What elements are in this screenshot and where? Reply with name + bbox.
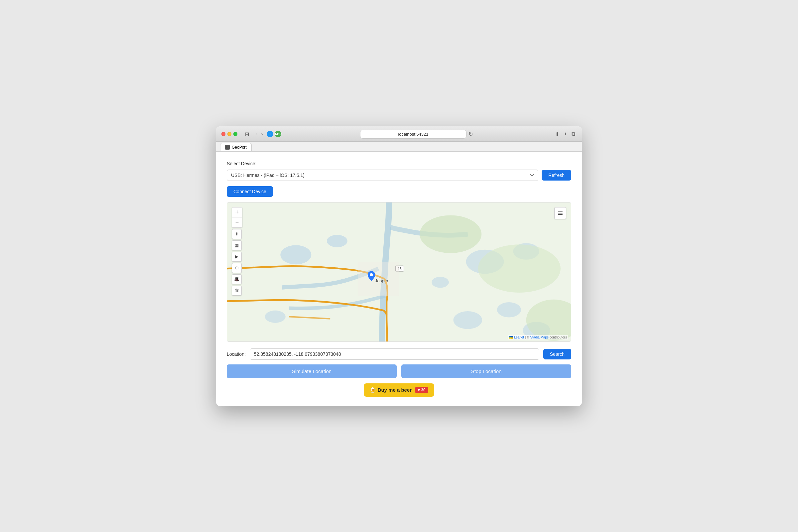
trash-tool-button[interactable]: 🗑 <box>232 286 242 296</box>
donation-heart: ♥ 30 <box>415 387 428 393</box>
map-background: 16 93 Jasper 16 16 <box>227 203 571 341</box>
page-content: Select Device: USB: Hermes - (iPad – iOS… <box>216 152 582 406</box>
nav-forward-button[interactable]: › <box>260 131 264 137</box>
svg-point-8 <box>453 311 482 329</box>
extension-icon-1[interactable]: i <box>267 131 273 137</box>
nav-buttons: ‹ › <box>254 131 264 137</box>
svg-text:Jasper: Jasper <box>375 278 389 283</box>
address-bar-container: localhost:54321 ↻ <box>288 130 547 139</box>
refresh-button[interactable]: Refresh <box>542 170 571 180</box>
tab-favicon: L <box>225 145 230 150</box>
simulate-location-button[interactable]: Simulate Location <box>227 364 397 378</box>
traffic-lights <box>222 132 238 136</box>
donation-row: 🍺 Buy me a beer ♥ 30 <box>227 383 571 397</box>
new-tab-button[interactable]: + <box>563 130 568 138</box>
device-selector-row: USB: Hermes - (iPad – iOS: 17.5.1) Refre… <box>227 170 571 181</box>
layers-icon <box>557 210 564 216</box>
svg-rect-24 <box>558 211 563 212</box>
hat-tool-button[interactable]: 🎩 <box>232 274 242 284</box>
tab-title: GeoPort <box>232 145 247 150</box>
minimize-button[interactable] <box>227 132 231 136</box>
route-tool-button[interactable]: ⊙ <box>232 263 242 273</box>
svg-point-27 <box>370 273 373 276</box>
svg-point-10 <box>420 215 481 253</box>
svg-point-2 <box>327 235 347 247</box>
map-layers-button[interactable] <box>554 207 566 219</box>
extension-icon-2[interactable]: ABP <box>274 131 281 137</box>
maximize-button[interactable] <box>233 132 238 136</box>
zoom-controls: + − <box>232 207 242 228</box>
donation-button[interactable]: 🍺 Buy me a beer ♥ 30 <box>364 383 434 397</box>
save-tool-button[interactable]: ▦ <box>232 241 242 250</box>
play-tool-button[interactable]: ▶ <box>232 252 242 262</box>
select-device-label: Select Device: <box>227 161 571 166</box>
close-button[interactable] <box>222 132 225 136</box>
donation-label: 🍺 Buy me a beer <box>370 387 412 393</box>
map-container: 16 93 Jasper 16 16 + <box>227 202 571 342</box>
address-bar[interactable]: localhost:54321 <box>360 130 467 139</box>
title-bar: ⊞ ‹ › i ABP localhost:54321 ↻ ⬆ + ⧉ <box>216 126 582 141</box>
location-row: Location: Search <box>227 348 571 360</box>
toolbar-right: ⬆ + ⧉ <box>554 130 576 138</box>
tab-overview-button[interactable]: ⧉ <box>570 130 576 138</box>
browser-window: ⊞ ‹ › i ABP localhost:54321 ↻ ⬆ + ⧉ L Ge… <box>216 126 582 406</box>
extension-icons: i ABP <box>267 131 281 137</box>
share-button[interactable]: ⬆ <box>554 130 560 138</box>
map-attribution: 🇺🇦 Leaflet | © Stadia Maps contributors <box>508 335 568 340</box>
stop-location-button[interactable]: Stop Location <box>401 364 571 378</box>
action-buttons-row: Simulate Location Stop Location <box>227 364 571 378</box>
location-pin <box>367 271 375 281</box>
device-select[interactable]: USB: Hermes - (iPad – iOS: 17.5.1) <box>227 170 538 181</box>
svg-point-7 <box>265 310 286 323</box>
nav-back-button[interactable]: ‹ <box>254 131 259 137</box>
map-controls-left: + − ⬆ ▦ ▶ ⊙ 🎩 🗑 <box>232 207 242 296</box>
browser-refresh-button[interactable]: ↻ <box>467 130 475 138</box>
tab-bar: L GeoPort <box>216 141 582 152</box>
location-input[interactable] <box>250 348 539 360</box>
stadia-link[interactable]: Stadia Maps <box>530 336 549 339</box>
heart-icon: ♥ <box>418 388 420 392</box>
location-label: Location: <box>227 352 246 357</box>
zoom-out-button[interactable]: − <box>232 217 242 227</box>
sidebar-toggle-button[interactable]: ⊞ <box>243 130 251 138</box>
donation-count: 30 <box>421 388 425 392</box>
connect-device-button[interactable]: Connect Device <box>227 186 273 197</box>
svg-rect-26 <box>558 214 563 215</box>
active-tab[interactable]: L GeoPort <box>220 143 252 151</box>
svg-point-4 <box>432 277 449 288</box>
search-button[interactable]: Search <box>543 349 571 359</box>
upload-tool-button[interactable]: ⬆ <box>232 229 242 239</box>
leaflet-link[interactable]: Leaflet <box>514 336 524 339</box>
svg-point-5 <box>497 302 521 317</box>
svg-point-1 <box>280 245 311 264</box>
svg-point-11 <box>478 244 560 292</box>
svg-rect-25 <box>558 213 563 213</box>
zoom-in-button[interactable]: + <box>232 208 242 217</box>
